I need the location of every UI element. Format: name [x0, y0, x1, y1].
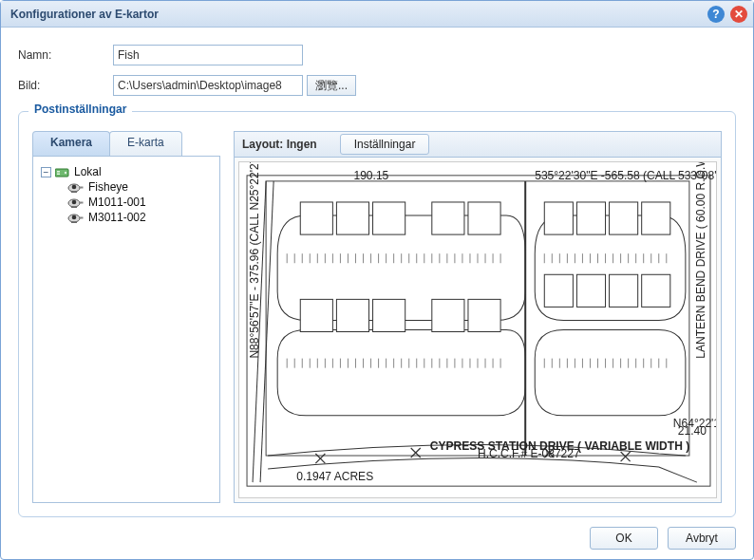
map-header: Layout: Ingen Inställningar	[234, 131, 722, 158]
svg-point-5	[72, 185, 77, 190]
site-plan-image: 190.15 535°22'30"E -565.58 (CALL 533°08'…	[238, 161, 717, 498]
svg-point-9	[72, 200, 77, 205]
map-bottom-ref: H.C.C.F.# E-087227	[478, 447, 580, 460]
svg-rect-30	[576, 202, 605, 234]
map-bottom-legal: 0.1947 ACRES	[296, 470, 373, 483]
name-row: Namn:	[18, 45, 736, 65]
titlebar: Konfigurationer av E-kartor ? ✕	[1, 1, 753, 28]
image-label: Bild:	[18, 79, 113, 92]
name-label: Namn:	[18, 48, 113, 62]
tree-item-label: M3011-002	[88, 211, 146, 224]
svg-rect-26	[373, 299, 405, 331]
svg-rect-20	[336, 202, 368, 234]
map-right-road: LANTERN BEND DRIVE ( 60.00 R.O.W.)	[694, 161, 707, 359]
camera-icon	[67, 180, 85, 194]
tree-item[interactable]: M1011-001	[67, 195, 212, 210]
tabs: Kamera E-karta	[32, 131, 220, 156]
camera-tree: − Lokal Fisheye	[32, 156, 220, 503]
post-settings-fieldset: Postinställningar Kamera E-karta − Lok	[18, 111, 736, 517]
dialog-content: Namn: Bild: 瀏覽... Postinställningar Kame…	[1, 28, 753, 517]
dialog-footer: OK Avbryt	[590, 527, 736, 550]
dialog-window: Konfigurationer av E-kartor ? ✕ Namn: Bi…	[0, 0, 754, 560]
svg-rect-29	[544, 202, 573, 234]
close-icon[interactable]: ✕	[730, 6, 747, 23]
tree-root-label: Lokal	[74, 165, 102, 178]
map-top-dim: 190.15	[353, 169, 388, 182]
camera-icon	[67, 196, 85, 209]
image-row: Bild: 瀏覽...	[18, 75, 736, 96]
layout-label: Layout: Ingen	[242, 138, 317, 151]
svg-rect-28	[468, 299, 500, 331]
map-top-right: 535°22'30"E -565.58 (CALL 533°08'50"E)	[535, 169, 717, 182]
help-icon[interactable]: ?	[707, 6, 725, 23]
collapse-icon[interactable]: −	[41, 167, 51, 177]
svg-rect-36	[642, 274, 670, 307]
tree-item[interactable]: M3011-002	[67, 210, 212, 225]
svg-rect-22	[432, 202, 464, 234]
svg-rect-10	[80, 202, 84, 204]
cancel-button[interactable]: Avbryt	[668, 527, 736, 550]
svg-rect-27	[432, 299, 464, 331]
svg-rect-25	[336, 299, 368, 331]
name-input[interactable]	[113, 45, 303, 65]
svg-rect-31	[610, 202, 638, 234]
svg-rect-33	[544, 274, 573, 307]
left-column: Kamera E-karta − Lokal	[32, 131, 220, 503]
right-column: Layout: Ingen Inställningar	[234, 131, 722, 503]
svg-rect-35	[610, 274, 638, 307]
tab-camera[interactable]: Kamera	[32, 131, 110, 156]
tree-root[interactable]: − Lokal	[41, 164, 212, 179]
svg-rect-32	[642, 202, 670, 234]
window-title: Konfigurationer av E-kartor	[10, 8, 159, 21]
tree-item[interactable]: Fisheye	[67, 179, 212, 195]
svg-rect-15	[71, 222, 77, 224]
svg-rect-1	[57, 171, 60, 173]
camera-icon	[67, 211, 85, 224]
map-area[interactable]: 190.15 535°22'30"E -565.58 (CALL 533°08'…	[234, 158, 722, 503]
server-icon	[55, 165, 70, 178]
svg-point-3	[65, 172, 66, 174]
map-left-note: N88°56'57"E - 375.96 (CALL N25°22'27"E )	[248, 161, 261, 359]
svg-rect-7	[71, 192, 77, 194]
tree-item-label: M1011-001	[88, 196, 146, 209]
ok-button[interactable]: OK	[590, 527, 658, 550]
browse-button[interactable]: 瀏覽...	[307, 75, 356, 96]
svg-rect-2	[57, 174, 60, 176]
svg-rect-11	[71, 207, 77, 209]
tree-item-label: Fisheye	[88, 180, 128, 194]
svg-rect-19	[300, 202, 332, 234]
image-path-input[interactable]	[113, 75, 303, 96]
fieldset-legend: Postinställningar	[28, 103, 132, 116]
svg-rect-21	[373, 202, 405, 234]
settings-button[interactable]: Inställningar	[340, 134, 430, 155]
svg-rect-6	[80, 187, 84, 189]
map-corner-dist: 21.40	[678, 424, 707, 438]
svg-rect-23	[468, 202, 500, 234]
tab-emap[interactable]: E-karta	[109, 131, 182, 156]
svg-rect-14	[80, 217, 84, 219]
svg-rect-24	[300, 299, 332, 331]
svg-rect-34	[576, 274, 605, 307]
svg-line-130	[260, 181, 273, 482]
svg-point-13	[72, 215, 77, 220]
